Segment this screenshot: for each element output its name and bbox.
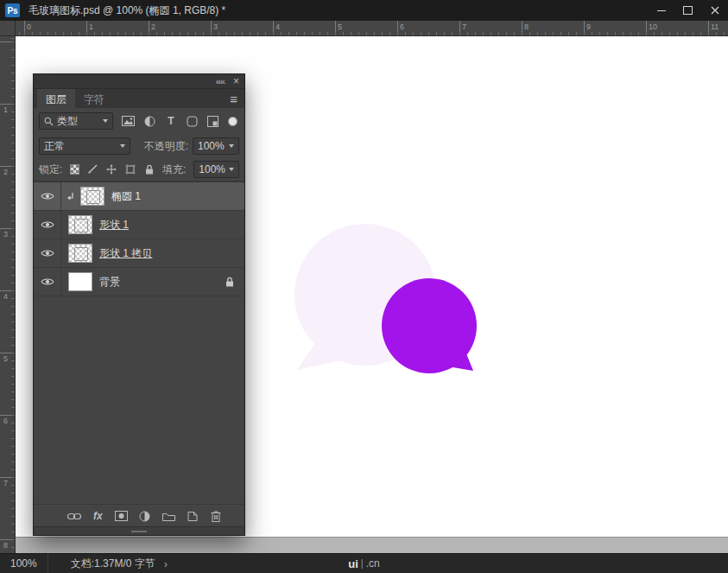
filter-type-value: 类型 [57, 114, 78, 129]
close-icon [711, 6, 719, 15]
layer-row-shape-1[interactable]: 形状 1 [34, 211, 244, 239]
layer-row-ellipse-1[interactable]: 椭圆 1 [34, 182, 244, 211]
ruler-number: 0 [27, 22, 31, 31]
lock-position-move-icon[interactable] [106, 163, 117, 176]
minimize-icon [657, 10, 666, 11]
maximize-button[interactable] [674, 0, 701, 21]
chevron-down-icon [103, 119, 108, 123]
new-group-button[interactable] [161, 508, 176, 524]
clipping-mask-icon [65, 192, 77, 201]
lock-row: 锁定: 填充: 100% [34, 158, 244, 181]
folder-icon [162, 512, 175, 521]
layer-name[interactable]: 形状 1 拷贝 [99, 246, 152, 261]
watermark: ui .cn [348, 554, 380, 573]
watermark-brand: ui [348, 557, 358, 570]
layer-filter-row: 类型 T [34, 108, 244, 134]
minimize-button[interactable] [648, 0, 674, 21]
title-bar: Ps 毛玻璃图标.psd @ 100% (椭圆 1, RGB/8) * [0, 0, 728, 21]
layer-row-shape-1-copy[interactable]: 形状 1 拷贝 [34, 239, 244, 268]
opacity-label: 不透明度: [144, 139, 188, 154]
horizontal-ruler[interactable]: 0 1 2 3 4 5 6 7 8 9 10 11 [16, 21, 728, 36]
vector-shape-preview [74, 247, 88, 261]
layer-thumbnail[interactable] [68, 244, 92, 263]
filter-type-layers-icon[interactable]: T [165, 115, 178, 128]
eye-icon [41, 220, 54, 229]
lock-image-brush-icon[interactable] [87, 163, 98, 176]
layer-row-background[interactable]: 背景 [34, 268, 244, 296]
opacity-dropdown[interactable]: 100% [193, 137, 239, 155]
add-layer-mask-button[interactable] [114, 508, 130, 524]
link-layers-button[interactable] [66, 508, 82, 524]
ruler-number: 11 [711, 22, 719, 31]
adjustment-layer-button[interactable] [137, 508, 153, 524]
lock-label: 锁定: [39, 162, 62, 177]
watermark-divider [362, 559, 363, 569]
search-icon [44, 117, 54, 126]
layer-thumbnail[interactable] [68, 215, 92, 234]
vertical-ruler[interactable]: 1 2 3 4 5 6 7 8 [0, 36, 16, 553]
status-menu-chevron-icon[interactable]: › [164, 557, 168, 570]
ruler-number: 2 [151, 22, 155, 31]
filter-toggle-switch[interactable] [228, 117, 237, 126]
panel-tabbar: 图层 字符 ≡ [34, 89, 244, 108]
fill-value: 100% [199, 163, 225, 175]
chevron-down-icon [120, 144, 125, 148]
zoom-level-field[interactable]: 100% [0, 554, 48, 573]
ruler-number: 4 [3, 292, 8, 301]
status-bar: 100% 文档:1.37M/0 字节 › ui .cn [0, 553, 728, 573]
layer-thumbnail[interactable] [68, 272, 92, 291]
ruler-number: 7 [3, 479, 8, 487]
grip-handle [131, 531, 147, 532]
visibility-toggle[interactable] [34, 268, 61, 296]
visibility-toggle[interactable] [34, 211, 61, 239]
lock-artboard-icon[interactable] [124, 163, 136, 176]
delete-layer-button[interactable] [208, 508, 224, 524]
ruler-minor-ticks [11, 36, 15, 553]
blend-mode-dropdown[interactable]: 正常 [39, 137, 130, 155]
maximize-icon [683, 6, 693, 15]
eye-icon [41, 277, 54, 286]
ruler-number: 8 [524, 22, 529, 31]
collapse-panel-icon[interactable]: «« [216, 77, 225, 86]
visibility-toggle[interactable] [34, 182, 61, 210]
filter-shape-layers-icon[interactable] [186, 115, 199, 128]
watermark-suffix: .cn [366, 557, 380, 570]
layer-mask-icon [115, 511, 128, 521]
lock-transparency-icon[interactable] [70, 164, 79, 175]
layer-thumbnail[interactable] [80, 187, 104, 206]
filter-type-dropdown[interactable]: 类型 [39, 112, 113, 130]
layer-name[interactable]: 形状 1 [99, 218, 129, 232]
ruler-number: 1 [3, 105, 8, 114]
document-info: 文档:1.37M/0 字节 [71, 557, 155, 571]
blend-mode-row: 正常 不透明度: 100% [34, 134, 244, 158]
background-lock-icon [225, 277, 234, 287]
speech-bubble-purple [382, 278, 477, 373]
tab-layers[interactable]: 图层 [37, 89, 75, 108]
filter-pixel-layers-icon[interactable] [122, 115, 135, 128]
ruler-number: 6 [3, 417, 8, 425]
lock-all-icon[interactable] [143, 163, 155, 176]
close-panel-icon[interactable]: × [233, 76, 239, 86]
ruler-corner[interactable] [0, 21, 16, 36]
new-layer-button[interactable] [185, 508, 200, 524]
layer-name[interactable]: 椭圆 1 [111, 189, 141, 204]
ruler-number: 3 [3, 230, 8, 239]
filter-smart-objects-icon[interactable] [207, 115, 220, 128]
fill-dropdown[interactable]: 100% [193, 161, 239, 178]
close-button[interactable] [701, 0, 728, 21]
layer-name[interactable]: 背景 [99, 275, 120, 290]
eye-icon [41, 249, 54, 258]
panel-menu-icon[interactable]: ≡ [230, 92, 237, 106]
panel-toolbar: fx [34, 504, 244, 527]
ruler-number: 7 [462, 22, 466, 31]
tab-character[interactable]: 字符 [75, 89, 113, 108]
ruler-number: 9 [586, 22, 591, 31]
eye-icon [41, 192, 54, 201]
filter-adjustment-layers-icon[interactable] [143, 115, 156, 128]
layer-style-button[interactable]: fx [90, 508, 105, 524]
ruler-number: 1 [89, 22, 93, 31]
window-controls [648, 0, 728, 21]
panel-resize-grip[interactable] [34, 526, 244, 535]
ruler-number: 5 [338, 22, 342, 31]
visibility-toggle[interactable] [34, 239, 61, 267]
